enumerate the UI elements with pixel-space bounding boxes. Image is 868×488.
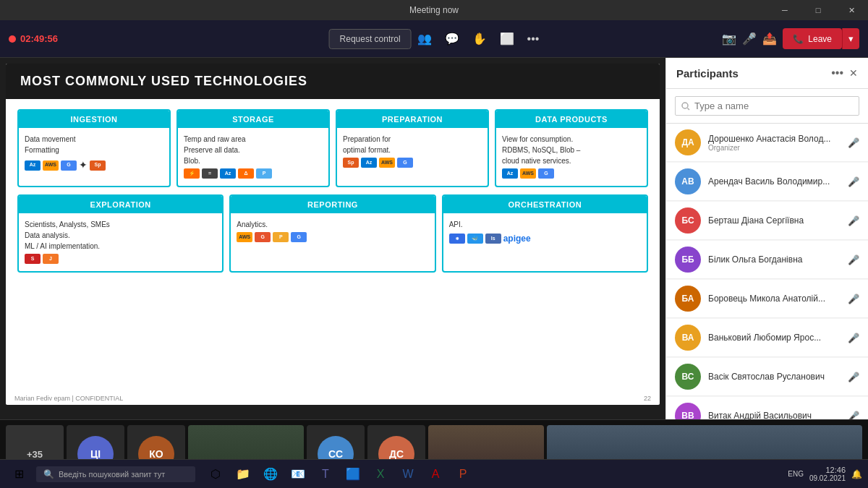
participant-name: Боровець Микола Анатолій... [708, 294, 841, 304]
taskbar-app-word[interactable]: W [395, 461, 421, 487]
taskbar-app-powerpoint[interactable]: P [450, 461, 476, 487]
slide-title: MOST COMMONLY USED TECHNOLOGIES [6, 64, 660, 99]
taskbar: ⊞ 🔍 Введіть пошуковий запит тут ⬡ 📁 🌐 📧 … [0, 459, 868, 488]
taskbar-app-excel[interactable]: X [367, 461, 393, 487]
slide-grid-top: INGESTION Data movementFormatting Az AWS… [17, 109, 648, 187]
participant-mic-icon: 🎤 [848, 254, 859, 265]
participant-item: ВС Васік Святослав Русланович 🎤 [666, 358, 868, 396]
panel-title: Participants [676, 67, 825, 80]
window-controls: ─ □ ✕ [768, 0, 868, 20]
participant-mic-icon: 🎤 [848, 411, 859, 420]
time-display: 12:46 09.02.2021 [809, 466, 846, 482]
slide-grid-bottom: EXPLORATION Scientists, Analysts, SMEsDa… [17, 194, 648, 273]
taskbar-search-icon: 🔍 [43, 469, 54, 479]
participant-role: Organizer [708, 144, 841, 152]
orchestration-box: ORCHESTRATION API. ⎈ 🐳 Is apigee [442, 194, 648, 273]
participant-avatar: ВС [675, 364, 701, 390]
aws-icon-rep: AWS [237, 232, 252, 242]
windows-start-button[interactable]: ⊞ [6, 461, 32, 487]
participant-name: Дорошенко Анастасія Волод... [708, 134, 841, 144]
participants-panel: Participants ••• ✕ ДА Дорошенко Анастасі… [665, 58, 868, 419]
equals-icon: = [202, 168, 218, 179]
teams-toolbar: 02:49:56 Request control 👥 💬 ✋ ⬜ ••• 📷 🎤… [0, 20, 868, 58]
maximize-button[interactable]: □ [801, 0, 835, 20]
gcp-icon-rep: G [291, 232, 307, 242]
taskbar-app-explorer[interactable]: 📁 [230, 461, 256, 487]
taskbar-app-teams[interactable]: T [312, 461, 339, 487]
storage-box: STORAGE Temp and raw areaPreserve all da… [176, 109, 330, 187]
close-button[interactable]: ✕ [835, 0, 868, 20]
data-products-box: DATA PRODUCTS View for consumption.RDBMS… [495, 109, 648, 187]
participants-icon[interactable]: 👥 [417, 32, 432, 46]
recording-dot [9, 35, 16, 43]
participant-info: Арендач Василь Володимир... [708, 176, 841, 187]
taskbar-app-edge[interactable]: 🌐 [258, 461, 284, 487]
participant-item: БС Берташ Діана Сергіївна 🎤 [666, 202, 868, 240]
svg-point-0 [682, 103, 688, 108]
participant-avatar: ВА [675, 325, 701, 351]
more-options-icon[interactable]: ••• [527, 33, 540, 46]
parquet-icon: P [256, 168, 272, 179]
notification-icon[interactable]: 🔔 [851, 469, 862, 479]
panel-close-button[interactable]: ✕ [849, 67, 858, 79]
azure-icon-prep: Az [361, 158, 377, 168]
participant-avatar: АВ [675, 168, 701, 194]
request-control-button[interactable]: Request control [329, 29, 412, 49]
dp-icons: Az AWS G [502, 168, 641, 179]
participant-avatar: БС [675, 207, 701, 234]
search-icon [681, 102, 690, 111]
exp-icons: S J [25, 254, 216, 264]
participant-name: Берташ Діана Сергіївна [708, 215, 841, 226]
taskbar-apps: ⬡ 📁 🌐 📧 T 🟦 X W A P [203, 461, 476, 487]
taskbar-search[interactable]: 🔍 Введіть пошуковий запит тут [36, 466, 195, 482]
storage-icons: ⚡ = Az Δ P [184, 168, 323, 179]
meeting-timer: 02:49:56 [9, 33, 58, 44]
participant-mic-icon: 🎤 [848, 333, 859, 343]
panel-more-button[interactable]: ••• [831, 67, 843, 80]
airflow-icon: ✦ [79, 158, 88, 173]
taskbar-app-cortana[interactable]: ⬡ [203, 461, 229, 487]
participant-item: ББ Білик Ольга Богданівна 🎤 [666, 241, 868, 279]
raise-hand-icon[interactable]: ✋ [472, 32, 487, 46]
docker-icon: 🐳 [467, 234, 483, 244]
participant-name: Ваньковий Любомир Ярос... [708, 333, 841, 343]
spark-icon: Sp [90, 160, 106, 171]
chat-icon[interactable]: 💬 [445, 32, 459, 46]
participant-avatar: БА [675, 286, 701, 312]
slide-container: MOST COMMONLY USED TECHNOLOGIES INGESTIO… [6, 64, 660, 405]
window-title: Meeting now [409, 5, 459, 15]
exploration-box: EXPLORATION Scientists, Analysts, SMEsDa… [17, 194, 224, 273]
slide-footer: Marian Fediv epam | CONFIDENTIAL 22 [14, 395, 651, 402]
participant-item: БА Боровець Микола Анатолій... 🎤 [666, 280, 868, 318]
participant-name: Васік Святослав Русланович [708, 372, 841, 382]
minimize-button[interactable]: ─ [768, 0, 801, 20]
powerbi-icon: P [273, 232, 289, 242]
toolbar-right: 📷 🎤 📤 📞 Leave ▾ [722, 28, 859, 49]
share-button[interactable]: 📤 [762, 32, 777, 46]
participant-info: Витак Андрій Васильович [708, 411, 841, 419]
taskbar-app-mail[interactable]: 📧 [285, 461, 311, 487]
participant-info: Ваньковий Любомир Ярос... [708, 333, 841, 343]
svg-line-1 [688, 108, 690, 110]
camera-button[interactable]: 📷 [722, 32, 736, 46]
search-bar [666, 89, 868, 124]
taskbar-app-acrobat[interactable]: A [422, 461, 448, 487]
ingestion-icons: Az AWS G ✦ Sp [25, 158, 163, 173]
aws-icon-dp: AWS [520, 168, 536, 179]
leave-button-group: 📞 Leave ▾ [783, 28, 859, 49]
participant-search-input[interactable] [694, 100, 853, 111]
leave-dropdown-button[interactable]: ▾ [842, 28, 859, 49]
participant-info: Дорошенко Анастасія Волод... Organizer [708, 134, 841, 152]
taskbar-app-teams2[interactable]: 🟦 [340, 461, 366, 487]
participant-info: Васік Святослав Русланович [708, 372, 841, 382]
leave-button[interactable]: 📞 Leave [783, 28, 842, 49]
language-indicator: ENG [788, 470, 804, 478]
orch-icons: ⎈ 🐳 Is apigee [449, 232, 641, 245]
participant-item: ДА Дорошенко Анастасія Волод... Organize… [666, 124, 868, 162]
participant-info: Боровець Микола Анатолій... [708, 294, 841, 304]
participant-mic-icon: 🎤 [848, 215, 859, 226]
main-content-area: MOST COMMONLY USED TECHNOLOGIES INGESTIO… [0, 58, 665, 419]
microphone-button[interactable]: 🎤 [742, 32, 757, 46]
share-screen-icon[interactable]: ⬜ [500, 32, 514, 46]
ingestion-box: INGESTION Data movementFormatting Az AWS… [17, 109, 171, 187]
